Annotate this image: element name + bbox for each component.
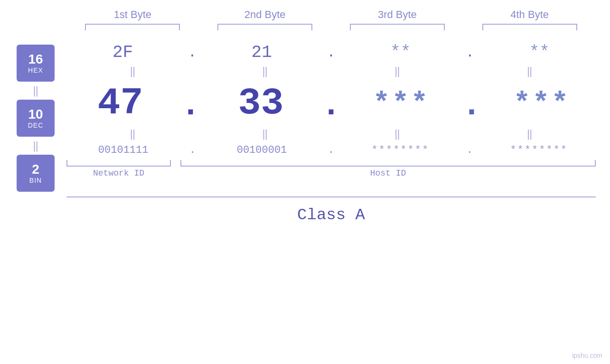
byte-headers: 1st Byte 2nd Byte 3rd Byte 4th Byte: [0, 0, 610, 21]
eq-row-1: ‖ ‖ ‖ ‖: [66, 63, 596, 80]
hex-val-3: **: [353, 43, 448, 62]
bottom-bracket-row: [66, 160, 596, 167]
bin-val-2: 00100001: [215, 144, 310, 156]
hex-label: HEX: [28, 66, 43, 74]
net-bracket: [66, 160, 171, 167]
watermark: ipshu.com: [572, 352, 602, 359]
bin-dot-3: .: [467, 144, 473, 156]
dec-val-3: ***: [354, 87, 449, 120]
eq-2: ‖: [32, 137, 38, 155]
bracket-gap-1: [171, 160, 180, 167]
hex-num: 16: [28, 52, 43, 67]
bin-val-3: ********: [353, 144, 448, 156]
eq-1-2: ‖: [217, 65, 312, 78]
eq-2-4: ‖: [482, 128, 577, 140]
labels-column: 16 HEX ‖ 10 DEC ‖ 2 BIN: [0, 35, 66, 192]
bin-badge: 2 BIN: [17, 155, 55, 192]
class-section: Class A: [0, 196, 610, 228]
hex-badge: 16 HEX: [17, 45, 55, 82]
class-bracket-line: [66, 196, 596, 197]
bracket-4: [482, 24, 577, 30]
hex-dot-1: .: [188, 45, 197, 61]
dec-row: 47 . 33 . *** . ***: [66, 82, 596, 125]
bin-dot-2: .: [328, 144, 334, 156]
top-brackets: [0, 24, 610, 30]
bracket-3: [350, 24, 445, 30]
bin-row: 00101111 . 00100001 . ******** . *******…: [66, 144, 596, 156]
bracket-2: [217, 24, 312, 30]
byte-header-2: 2nd Byte: [217, 9, 312, 21]
hex-val-1: 2F: [75, 43, 170, 62]
class-label: Class A: [66, 202, 596, 228]
byte-header-3: 3rd Byte: [350, 9, 445, 21]
bin-label: BIN: [29, 177, 42, 184]
bin-val-1: 00101111: [76, 144, 171, 156]
eq-2-3: ‖: [350, 128, 445, 140]
eq-1: ‖: [32, 82, 38, 100]
bottom-brackets-wrapper: Network ID Host ID: [66, 160, 596, 178]
eq-1-1: ‖: [85, 65, 180, 78]
bin-num: 2: [32, 162, 39, 177]
eq-2-2: ‖: [217, 128, 312, 140]
dec-num: 10: [28, 107, 43, 122]
byte-header-1: 1st Byte: [85, 9, 180, 21]
byte-header-4: 4th Byte: [482, 9, 577, 21]
network-id-label: Network ID: [66, 168, 171, 178]
dec-badge: 10 DEC: [17, 100, 55, 137]
bin-dot-1: .: [189, 144, 196, 156]
content-area: 16 HEX ‖ 10 DEC ‖ 2 BIN: [0, 35, 610, 192]
dec-val-1: 47: [73, 82, 168, 125]
dec-dot-3: .: [461, 87, 481, 124]
main-container: 1st Byte 2nd Byte 3rd Byte 4th Byte 16 H…: [0, 0, 610, 364]
host-id-label: Host ID: [180, 168, 596, 178]
eq-1-3: ‖: [350, 65, 445, 78]
data-columns: 2F . 21 . ** . ** ‖ ‖ ‖ ‖ 47 . 33 .: [66, 35, 610, 192]
hex-dot-2: .: [327, 45, 335, 61]
bracket-labels-row: Network ID Host ID: [66, 168, 596, 178]
hex-dot-3: .: [466, 45, 474, 61]
host-bracket: [180, 160, 596, 167]
dec-dot-1: .: [180, 87, 200, 124]
hex-val-4: **: [492, 43, 587, 62]
hex-row: 2F . 21 . ** . **: [66, 43, 596, 62]
eq-1-4: ‖: [482, 65, 577, 78]
eq-row-2: ‖ ‖ ‖ ‖: [66, 126, 596, 142]
dec-val-2: 33: [213, 82, 308, 125]
dec-label: DEC: [28, 121, 44, 129]
dec-dot-2: .: [321, 87, 341, 124]
dec-val-4: ***: [494, 87, 589, 120]
eq-2-1: ‖: [85, 128, 180, 140]
bin-val-4: ********: [491, 144, 586, 156]
bracket-1: [85, 24, 180, 30]
hex-val-2: 21: [214, 43, 309, 62]
